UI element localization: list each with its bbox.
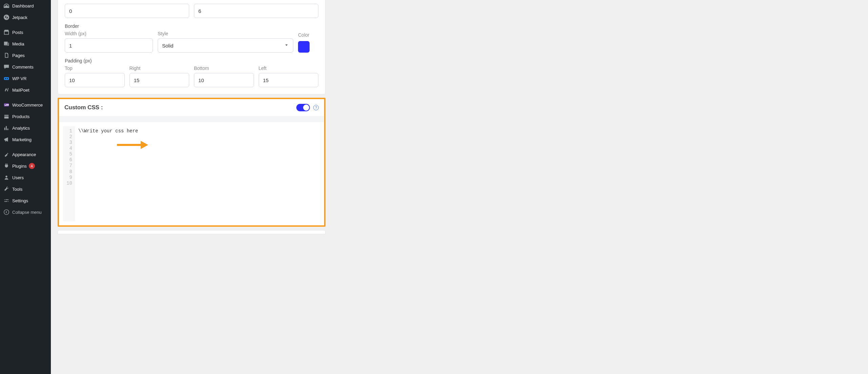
padding-right-label: Right bbox=[130, 66, 190, 71]
sidebar-item-label: Analytics bbox=[12, 126, 30, 131]
callout-arrow bbox=[117, 141, 148, 149]
svg-point-0 bbox=[4, 15, 9, 20]
padding-left-label: Left bbox=[259, 66, 319, 71]
border-color-label: Color bbox=[298, 32, 318, 38]
jetpack-icon bbox=[3, 14, 9, 20]
plugins-badge: 4 bbox=[29, 163, 35, 169]
border-style-label: Style bbox=[158, 31, 293, 36]
sidebar-item-label: Posts bbox=[12, 30, 23, 35]
custom-css-title: Custom CSS : bbox=[64, 104, 103, 111]
sidebar-item-label: MailPoet bbox=[12, 88, 29, 93]
appearance-icon bbox=[3, 151, 9, 157]
sidebar-item-comments[interactable]: Comments bbox=[0, 61, 51, 73]
sidebar-item-products[interactable]: Products bbox=[0, 111, 51, 122]
padding-top-label: Top bbox=[65, 66, 125, 71]
top-right-input[interactable] bbox=[194, 4, 318, 18]
border-color-swatch[interactable] bbox=[298, 41, 310, 53]
products-icon bbox=[3, 113, 9, 119]
sidebar-item-plugins[interactable]: Plugins 4 bbox=[0, 160, 51, 172]
svg-point-3 bbox=[7, 78, 8, 79]
custom-css-section: Custom CSS : ? 1 2 3 4 5 6 7 8 9 10 \\Wr… bbox=[58, 98, 326, 227]
pages-icon bbox=[3, 52, 9, 58]
sidebar-item-posts[interactable]: Posts bbox=[0, 26, 51, 38]
padding-top-input[interactable] bbox=[65, 73, 125, 87]
media-icon bbox=[3, 41, 9, 47]
help-icon[interactable]: ? bbox=[313, 105, 319, 110]
code-editor[interactable]: 1 2 3 4 5 6 7 8 9 10 \\Write your css he… bbox=[63, 126, 320, 221]
sidebar-item-analytics[interactable]: Analytics bbox=[0, 122, 51, 134]
sidebar-item-label: WooCommerce bbox=[12, 102, 43, 108]
mailpoet-icon bbox=[3, 87, 9, 93]
sidebar-item-label: Dashboard bbox=[12, 3, 34, 8]
settings-icon bbox=[3, 198, 9, 204]
sidebar-item-label: Media bbox=[12, 41, 24, 46]
marketing-icon bbox=[3, 136, 9, 143]
analytics-icon bbox=[3, 125, 9, 131]
sidebar-item-tools[interactable]: Tools bbox=[0, 183, 51, 195]
sidebar-item-label: Appearance bbox=[12, 152, 36, 157]
svg-point-2 bbox=[5, 78, 6, 79]
sidebar-item-media[interactable]: Media bbox=[0, 38, 51, 50]
border-style-value: Solid bbox=[162, 43, 173, 49]
posts-icon bbox=[3, 29, 9, 35]
code-content[interactable]: \\Write your css here bbox=[75, 126, 320, 221]
sidebar-item-label: Settings bbox=[12, 198, 28, 203]
collapse-icon bbox=[3, 209, 9, 215]
settings-card: Border Width (px) Style Solid Co bbox=[58, 0, 326, 94]
users-icon bbox=[3, 174, 9, 181]
dashboard-icon bbox=[3, 3, 9, 9]
svg-point-5 bbox=[5, 176, 7, 177]
code-gutter: 1 2 3 4 5 6 7 8 9 10 bbox=[63, 126, 75, 221]
border-section-label: Border bbox=[65, 23, 318, 29]
sidebar-item-label: Comments bbox=[12, 64, 34, 70]
sidebar-item-label: Products bbox=[12, 114, 29, 119]
sidebar-item-label: Tools bbox=[12, 187, 22, 192]
comments-icon bbox=[3, 64, 9, 70]
padding-bottom-label: Bottom bbox=[194, 66, 254, 71]
sidebar-item-label: WP VR bbox=[12, 76, 26, 81]
sidebar-item-appearance[interactable]: Appearance bbox=[0, 149, 51, 160]
sidebar-item-label: Users bbox=[12, 175, 24, 180]
admin-sidebar: Dashboard Jetpack Posts Media Pages Comm… bbox=[0, 0, 51, 374]
main-content: Border Width (px) Style Solid Co bbox=[51, 0, 868, 374]
next-card bbox=[58, 230, 326, 234]
sidebar-item-label: Pages bbox=[12, 53, 25, 58]
sidebar-item-label: Marketing bbox=[12, 137, 32, 142]
sidebar-item-wpvr[interactable]: WP VR bbox=[0, 73, 51, 84]
plugins-icon bbox=[3, 163, 9, 169]
sidebar-item-jetpack[interactable]: Jetpack bbox=[0, 12, 51, 23]
chevron-down-icon bbox=[284, 43, 289, 49]
sidebar-item-collapse[interactable]: Collapse menu bbox=[0, 206, 51, 218]
sidebar-item-mailpoet[interactable]: MailPoet bbox=[0, 84, 51, 96]
padding-right-input[interactable] bbox=[130, 73, 190, 87]
border-width-input[interactable] bbox=[65, 38, 153, 53]
sidebar-item-label: Jetpack bbox=[12, 15, 27, 20]
woocommerce-icon bbox=[3, 102, 9, 108]
wpvr-icon bbox=[3, 75, 9, 81]
custom-css-toggle[interactable] bbox=[296, 104, 310, 111]
sidebar-item-pages[interactable]: Pages bbox=[0, 50, 51, 61]
padding-section-label: Padding (px) bbox=[65, 58, 318, 63]
sidebar-item-label: Collapse menu bbox=[12, 210, 42, 215]
sidebar-item-settings[interactable]: Settings bbox=[0, 195, 51, 206]
top-left-input[interactable] bbox=[65, 4, 189, 18]
sidebar-item-users[interactable]: Users bbox=[0, 172, 51, 183]
border-width-label: Width (px) bbox=[65, 31, 153, 36]
border-style-select[interactable]: Solid bbox=[158, 38, 293, 53]
sidebar-item-marketing[interactable]: Marketing bbox=[0, 134, 51, 145]
tools-icon bbox=[3, 186, 9, 192]
padding-bottom-input[interactable] bbox=[194, 73, 254, 87]
sidebar-item-label: Plugins bbox=[12, 164, 27, 169]
sidebar-item-dashboard[interactable]: Dashboard bbox=[0, 0, 51, 12]
svg-rect-1 bbox=[4, 77, 9, 80]
padding-left-input[interactable] bbox=[259, 73, 319, 87]
sidebar-item-woocommerce[interactable]: WooCommerce bbox=[0, 99, 51, 111]
